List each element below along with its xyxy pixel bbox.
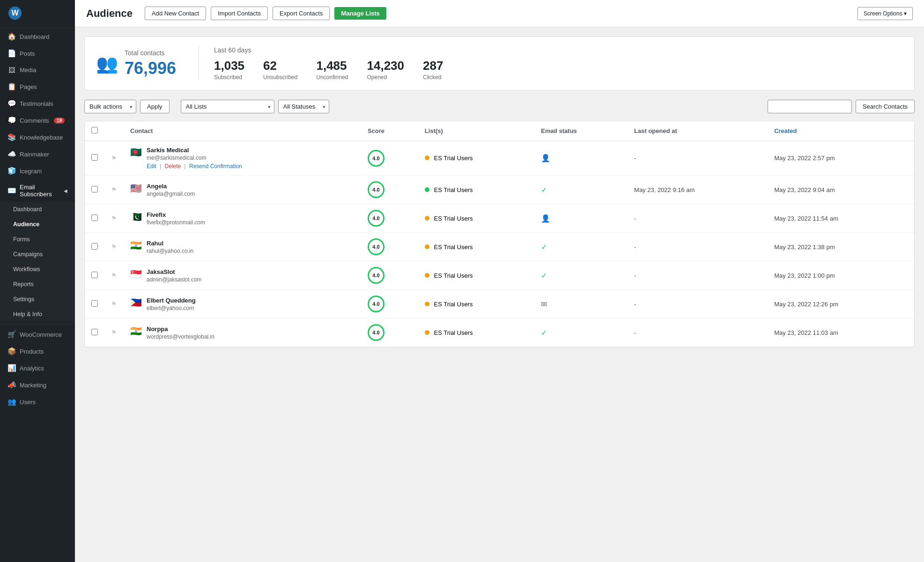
row-checkbox[interactable] <box>91 154 98 161</box>
sidebar-submenu-item-forms[interactable]: Forms <box>0 232 75 247</box>
metric-subscribed: 1,035 Subscribed <box>214 59 244 81</box>
sidebar-item-posts[interactable]: 📄 Posts <box>0 45 75 62</box>
row-last-opened-cell: - <box>628 204 768 233</box>
media-icon: 🖼 <box>7 66 16 74</box>
row-checkbox[interactable] <box>91 300 98 307</box>
sidebar-item-email-subscribers[interactable]: ✉️ Email Subscribers ◀ <box>0 179 75 202</box>
email-icon: ✉ <box>541 300 547 308</box>
contact-name[interactable]: JaksaSlot <box>147 268 202 275</box>
sidebar-item-dashboard[interactable]: 🏠 Dashboard <box>0 28 75 45</box>
manage-lists-button[interactable]: Manage Lists <box>334 7 386 20</box>
row-last-opened-cell: May 23, 2022 9:16 am <box>628 176 768 204</box>
metric-clicked: 287 Clicked <box>423 59 443 81</box>
contact-cell-inner: 🇺🇸 Angela angela@gmail.com <box>130 183 355 197</box>
sidebar-submenu-item-reports[interactable]: Reports <box>0 277 75 292</box>
search-input[interactable] <box>768 100 852 113</box>
sidebar-item-testimonials[interactable]: 💬 Testimonials <box>0 95 75 112</box>
flag-emoji: 🇵🇰 <box>130 211 142 222</box>
row-checkbox[interactable] <box>91 214 98 221</box>
sidebar-item-knowledgebase[interactable]: 📚 Knowledgebase <box>0 129 75 146</box>
th-star <box>104 121 124 141</box>
sidebar-item-products[interactable]: 📦 Products <box>0 343 75 360</box>
pages-icon: 📋 <box>7 82 16 91</box>
star-icon[interactable]: ⚑ <box>111 272 117 279</box>
contact-name[interactable]: Elbert Queddeng <box>147 297 196 304</box>
apply-button[interactable]: Apply <box>140 100 170 113</box>
row-created-cell: May 23, 2022 12:26 pm <box>768 290 914 318</box>
row-contact-cell: 🇸🇬 JaksaSlot admin@jaksaslot.com <box>124 261 361 290</box>
row-list-cell: ES Trial Users <box>418 141 534 176</box>
sidebar-item-rainmaker[interactable]: ☁️ Rainmaker <box>0 146 75 163</box>
star-icon[interactable]: ⚑ <box>111 300 117 308</box>
sidebar-item-analytics[interactable]: 📊 Analytics <box>0 360 75 377</box>
contact-name[interactable]: Fivefix <box>147 211 205 218</box>
sidebar-item-users[interactable]: 👥 Users <box>0 393 75 410</box>
star-icon[interactable]: ⚑ <box>111 186 117 193</box>
row-email-status-cell: ✓ <box>534 233 628 261</box>
row-star-cell: ⚑ <box>104 233 124 261</box>
sidebar-submenu-item-help[interactable]: Help & Info <box>0 307 75 322</box>
sidebar-item-pages[interactable]: 📋 Pages <box>0 78 75 95</box>
contact-name[interactable]: Rahul <box>147 240 193 247</box>
sidebar-item-comments[interactable]: 💭 Comments 19 <box>0 112 75 129</box>
main-content: Audience Add New Contact Import Contacts… <box>75 0 924 562</box>
contact-name[interactable]: Sarkis Medical <box>147 147 242 154</box>
search-contacts-button[interactable]: Search Contacts <box>856 100 915 113</box>
sidebar: W 🏠 Dashboard 📄 Posts 🖼 Media 📋 Pages 💬 … <box>0 0 75 562</box>
star-icon[interactable]: ⚑ <box>111 214 117 222</box>
resend-confirmation-link[interactable]: Resend Confirmation <box>189 163 242 170</box>
sidebar-submenu-item-workflows[interactable]: Workflows <box>0 262 75 277</box>
select-all-checkbox[interactable] <box>91 127 98 133</box>
top-bar-left: Audience Add New Contact Import Contacts… <box>86 7 386 20</box>
sidebar-submenu-item-audience[interactable]: Audience <box>0 217 75 232</box>
th-created[interactable]: Created <box>768 121 914 141</box>
add-new-contact-button[interactable]: Add New Contact <box>145 7 206 20</box>
table-row: ⚑ 🇮🇳 Rahul rahul@yahoo.co.in 4.0 ES Tria… <box>85 233 914 261</box>
score-circle: 4.0 <box>368 324 384 341</box>
row-last-opened-cell: - <box>628 261 768 290</box>
sidebar-item-media[interactable]: 🖼 Media <box>0 62 75 78</box>
row-email-status-cell: ✓ <box>534 261 628 290</box>
score-circle: 4.0 <box>368 296 384 312</box>
sidebar-item-marketing[interactable]: 📣 Marketing <box>0 377 75 393</box>
import-contacts-button[interactable]: Import Contacts <box>211 7 268 20</box>
row-checkbox[interactable] <box>91 272 98 278</box>
screen-options-button[interactable]: Screen Options ▾ <box>857 7 913 20</box>
export-contacts-button[interactable]: Export Contacts <box>273 7 330 20</box>
contact-name[interactable]: Angela <box>147 183 195 190</box>
sidebar-item-icegram[interactable]: 🧊 Icegram <box>0 163 75 179</box>
contact-email: fivefix@protonmail.com <box>147 219 205 226</box>
confirmed-icon: ✓ <box>541 272 547 280</box>
contact-name[interactable]: Norppa <box>147 325 214 333</box>
delete-link[interactable]: Delete <box>165 163 181 170</box>
sidebar-submenu-item-settings[interactable]: Settings <box>0 292 75 307</box>
all-lists-select[interactable]: All Lists <box>181 100 274 113</box>
contact-details: JaksaSlot admin@jaksaslot.com <box>147 268 202 283</box>
total-contacts-info: Total contacts 76,996 <box>125 49 176 78</box>
row-checkbox[interactable] <box>91 329 98 335</box>
stats-area: 👥 Total contacts 76,996 Last 60 days 1,0… <box>84 37 915 90</box>
sidebar-item-woocommerce[interactable]: 🛒 WooCommerce <box>0 326 75 343</box>
edit-link[interactable]: Edit <box>147 163 156 170</box>
list-name: ES Trial Users <box>434 301 473 308</box>
row-checkbox[interactable] <box>91 243 98 250</box>
sidebar-submenu-item-campaigns[interactable]: Campaigns <box>0 247 75 262</box>
contacts-table: Contact Score List(s) Email status Last … <box>85 121 914 347</box>
posts-icon: 📄 <box>7 49 16 58</box>
score-circle: 4.0 <box>368 238 384 255</box>
row-score-cell: 4.0 <box>361 290 418 318</box>
contact-email: elbert@yahoo.com <box>147 305 196 311</box>
th-score: Score <box>361 121 418 141</box>
top-bar: Audience Add New Contact Import Contacts… <box>75 0 924 27</box>
row-star-cell: ⚑ <box>104 141 124 176</box>
all-statuses-select[interactable]: All Statuses <box>278 100 329 113</box>
star-icon[interactable]: ⚑ <box>111 329 117 336</box>
sidebar-submenu-item-dashboard[interactable]: Dashboard <box>0 202 75 217</box>
row-checkbox[interactable] <box>91 186 98 192</box>
score-circle: 4.0 <box>368 210 384 227</box>
star-icon[interactable]: ⚑ <box>111 243 117 251</box>
contact-email: admin@jaksaslot.com <box>147 276 202 283</box>
star-icon[interactable]: ⚑ <box>111 155 117 162</box>
bulk-actions-select[interactable]: Bulk actions <box>84 100 136 113</box>
th-checkbox <box>85 121 104 141</box>
